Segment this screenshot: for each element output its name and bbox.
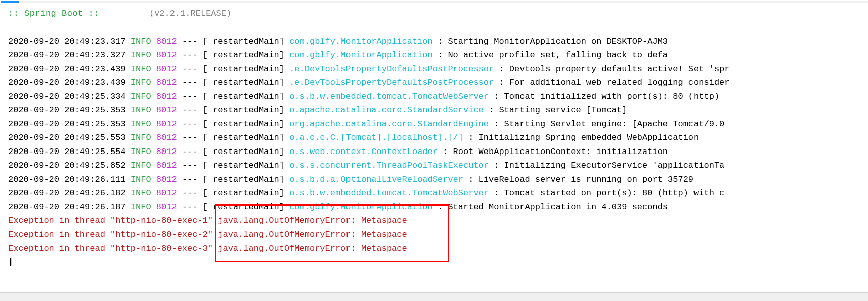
message: Devtools property defaults active! Set '… bbox=[509, 64, 730, 74]
colon-separator: : bbox=[494, 119, 499, 129]
log-level: INFO bbox=[131, 147, 151, 157]
message: Tomcat initialized with port(s): 80 (htt… bbox=[504, 92, 719, 101]
thread: [ restartedMain] bbox=[203, 64, 284, 74]
separator-dashes: --- bbox=[182, 133, 198, 142]
timestamp: 2020-09-20 20:49:25.553 bbox=[8, 133, 126, 142]
logger: o.s.b.w.embedded.tomcat.TomcatWebServer bbox=[289, 188, 494, 198]
message: Initializing Spring embedded WebApplicat… bbox=[479, 133, 699, 142]
thread: [ restartedMain] bbox=[203, 50, 284, 60]
colon-separator: : bbox=[468, 133, 473, 142]
timestamp: 2020-09-20 20:49:25.334 bbox=[8, 92, 126, 101]
thread: [ restartedMain] bbox=[203, 161, 284, 170]
separator-dashes: --- bbox=[182, 78, 198, 87]
logger: o.s.b.w.embedded.tomcat.TomcatWebServer bbox=[289, 92, 494, 101]
logger: .e.DevToolsPropertyDefaultsPostProcessor bbox=[289, 64, 494, 74]
timestamp: 2020-09-20 20:49:23.327 bbox=[8, 50, 126, 60]
message: No active profile set, falling back to d… bbox=[448, 50, 668, 60]
log-line: 2020-09-20 20:49:25.852 INFO 8012 --- [ … bbox=[8, 159, 861, 173]
pid: 8012 bbox=[156, 64, 177, 74]
thread: [ restartedMain] bbox=[203, 119, 284, 129]
separator-dashes: --- bbox=[182, 188, 198, 198]
colon-separator: : bbox=[494, 188, 499, 198]
thread: [ restartedMain] bbox=[203, 92, 284, 101]
pid: 8012 bbox=[156, 147, 177, 157]
banner-version: (v2.2.1.RELEASE) bbox=[149, 9, 231, 18]
message: Starting service [Tomcat] bbox=[499, 105, 627, 115]
message: For additional web related logging consi… bbox=[509, 78, 730, 87]
log-level: INFO bbox=[131, 119, 151, 129]
thread: [ restartedMain] bbox=[203, 133, 284, 142]
colon-separator: : bbox=[499, 78, 504, 87]
log-level: INFO bbox=[131, 188, 151, 198]
message: Starting Servlet engine: [Apache Tomcat/… bbox=[504, 119, 725, 129]
log-line: 2020-09-20 20:49:23.439 INFO 8012 --- [ … bbox=[8, 76, 861, 90]
separator-dashes: --- bbox=[182, 175, 198, 184]
log-level: INFO bbox=[131, 64, 151, 74]
separator-dashes: --- bbox=[182, 92, 198, 101]
logger: o.apache.catalina.core.StandardService bbox=[289, 105, 489, 115]
message: Started MonitorApplication in 4.039 seco… bbox=[448, 202, 668, 212]
error-line: Exception in thread "http-nio-80-exec-1"… bbox=[8, 214, 861, 228]
message: Initializing ExecutorService 'applicatio… bbox=[504, 161, 725, 170]
log-line: 2020-09-20 20:49:25.553 INFO 8012 --- [ … bbox=[8, 131, 861, 145]
separator-dashes: --- bbox=[182, 202, 198, 212]
timestamp: 2020-09-20 20:49:25.353 bbox=[8, 119, 126, 129]
pid: 8012 bbox=[156, 133, 177, 142]
timestamp: 2020-09-20 20:49:23.317 bbox=[8, 37, 126, 46]
pid: 8012 bbox=[156, 188, 177, 198]
pid: 8012 bbox=[156, 37, 177, 46]
timestamp: 2020-09-20 20:49:25.353 bbox=[8, 105, 126, 115]
error-line: Exception in thread "http-nio-80-exec-3"… bbox=[8, 242, 861, 256]
log-level: INFO bbox=[131, 202, 151, 212]
log-level: INFO bbox=[131, 78, 151, 87]
timestamp: 2020-09-20 20:49:23.439 bbox=[8, 78, 126, 87]
log-line: 2020-09-20 20:49:23.439 INFO 8012 --- [ … bbox=[8, 62, 861, 76]
colon-separator: : bbox=[489, 105, 494, 115]
message: Root WebApplicationContext: initializati… bbox=[453, 147, 668, 157]
colon-separator: : bbox=[438, 202, 443, 212]
logger: o.a.c.c.C.[Tomcat].[localhost].[/] bbox=[289, 133, 468, 142]
log-line: 2020-09-20 20:49:25.353 INFO 8012 --- [ … bbox=[8, 103, 861, 117]
console-output[interactable]: :: Spring Boot ::(v2.2.1.RELEASE) 2020-0… bbox=[1, 3, 868, 273]
logger: com.gblfy.MonitorApplication bbox=[289, 37, 438, 46]
message: Starting MonitorApplication on DESKTOP-A… bbox=[448, 37, 668, 46]
log-level: INFO bbox=[131, 37, 151, 46]
thread: [ restartedMain] bbox=[203, 147, 284, 157]
logger: .e.DevToolsPropertyDefaultsPostProcessor bbox=[289, 78, 494, 87]
thread: [ restartedMain] bbox=[203, 37, 284, 46]
logger: com.gblfy.MonitorApplication bbox=[289, 50, 438, 60]
timestamp: 2020-09-20 20:49:25.852 bbox=[8, 161, 126, 170]
log-level: INFO bbox=[131, 175, 151, 184]
log-line: 2020-09-20 20:49:26.111 INFO 8012 --- [ … bbox=[8, 173, 861, 187]
separator-dashes: --- bbox=[182, 50, 198, 60]
log-line: 2020-09-20 20:49:26.182 INFO 8012 --- [ … bbox=[8, 186, 861, 200]
separator-dashes: --- bbox=[182, 161, 198, 170]
colon-separator: : bbox=[494, 161, 499, 170]
log-level: INFO bbox=[131, 161, 151, 170]
colon-separator: : bbox=[438, 37, 443, 46]
pid: 8012 bbox=[156, 50, 177, 60]
log-line: 2020-09-20 20:49:26.187 INFO 8012 --- [ … bbox=[8, 200, 861, 214]
thread: [ restartedMain] bbox=[203, 175, 284, 184]
timestamp: 2020-09-20 20:49:25.554 bbox=[8, 147, 126, 157]
message: Tomcat started on port(s): 80 (http) wit… bbox=[504, 188, 725, 198]
separator-dashes: --- bbox=[182, 64, 198, 74]
colon-separator: : bbox=[468, 175, 473, 184]
logger: com.gblfy.MonitorApplication bbox=[289, 202, 438, 212]
banner-spring: :: Spring Boot :: bbox=[8, 9, 99, 18]
log-line: 2020-09-20 20:49:23.327 INFO 8012 --- [ … bbox=[8, 48, 861, 62]
logger: o.s.s.concurrent.ThreadPoolTaskExecutor bbox=[289, 161, 494, 170]
separator-dashes: --- bbox=[182, 147, 198, 157]
separator-dashes: --- bbox=[182, 105, 198, 115]
timestamp: 2020-09-20 20:49:26.182 bbox=[8, 188, 126, 198]
error-line: Exception in thread "http-nio-80-exec-2"… bbox=[8, 228, 861, 242]
log-line: 2020-09-20 20:49:25.334 INFO 8012 --- [ … bbox=[8, 90, 861, 104]
logger: o.s.web.context.ContextLoader bbox=[289, 147, 443, 157]
cursor: | bbox=[8, 255, 861, 269]
log-level: INFO bbox=[131, 133, 151, 142]
thread: [ restartedMain] bbox=[203, 202, 284, 212]
colon-separator: : bbox=[443, 147, 448, 157]
colon-separator: : bbox=[438, 50, 443, 60]
separator-dashes: --- bbox=[182, 37, 198, 46]
colon-separator: : bbox=[499, 64, 504, 74]
